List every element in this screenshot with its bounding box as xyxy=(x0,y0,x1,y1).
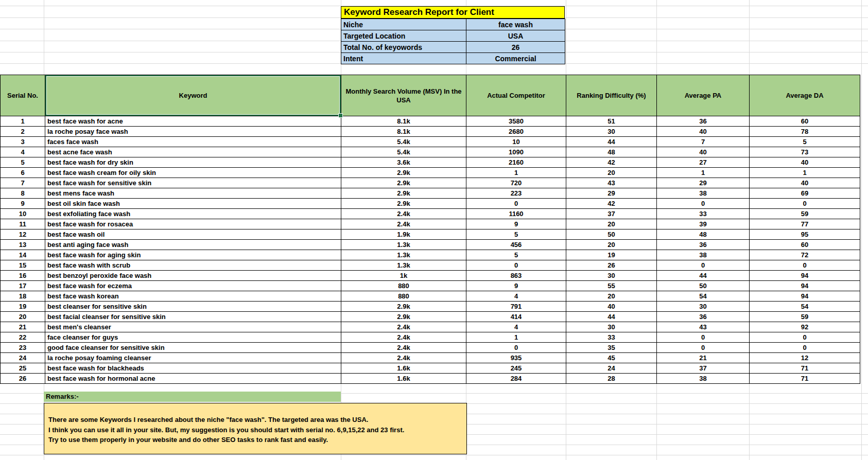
cell-actual-competitor[interactable]: 4 xyxy=(466,291,566,302)
cell-serial-no[interactable]: 1 xyxy=(1,116,45,127)
cell-average-pa[interactable]: 38 xyxy=(657,374,750,384)
cell-keyword[interactable]: best face wash for sensitive skin xyxy=(45,178,341,188)
cell-keyword[interactable]: la roche posay foaming cleanser xyxy=(45,353,341,363)
cell-ranking-difficulty[interactable]: 26 xyxy=(566,260,657,271)
cell-serial-no[interactable]: 25 xyxy=(1,363,45,374)
cell-average-da[interactable]: 0 xyxy=(750,332,860,343)
cell-serial-no[interactable]: 19 xyxy=(1,302,45,312)
cell-average-da[interactable]: 71 xyxy=(750,363,860,374)
cell-actual-competitor[interactable]: 456 xyxy=(466,240,566,250)
cell-actual-competitor[interactable]: 863 xyxy=(466,271,566,281)
remarks-note-box[interactable]: There are some Keywords I researched abo… xyxy=(44,403,467,454)
cell-actual-competitor[interactable]: 5 xyxy=(466,250,566,260)
cell-msv[interactable]: 2.9k xyxy=(341,199,466,209)
cell-average-pa[interactable]: 21 xyxy=(657,353,750,363)
cell-average-da[interactable]: 40 xyxy=(750,178,860,188)
remarks-header-cell[interactable]: Remarks:- xyxy=(44,392,341,402)
cell-average-pa[interactable]: 36 xyxy=(657,240,750,250)
cell-ranking-difficulty[interactable]: 51 xyxy=(566,116,657,127)
cell-average-da[interactable]: 60 xyxy=(750,240,860,250)
column-header-average-da[interactable]: Average DA xyxy=(750,75,860,116)
cell-average-da[interactable]: 73 xyxy=(750,147,860,157)
cell-msv[interactable]: 2.9k xyxy=(341,302,466,312)
cell-average-da[interactable]: 40 xyxy=(750,157,860,168)
selection-fill-handle[interactable] xyxy=(338,113,343,118)
cell-serial-no[interactable]: 17 xyxy=(1,281,45,291)
cell-average-da[interactable]: 94 xyxy=(750,291,860,302)
cell-serial-no[interactable]: 5 xyxy=(1,157,45,168)
cell-msv[interactable]: 2.9k xyxy=(341,168,466,178)
cell-average-pa[interactable]: 7 xyxy=(657,137,750,147)
cell-serial-no[interactable]: 16 xyxy=(1,271,45,281)
cell-keyword[interactable]: best face wash with scrub xyxy=(45,260,341,271)
cell-actual-competitor[interactable]: 1 xyxy=(466,332,566,343)
cell-msv[interactable]: 1.3k xyxy=(341,260,466,271)
column-header-serial-no[interactable]: Serial No. xyxy=(1,75,45,116)
cell-actual-competitor[interactable]: 3580 xyxy=(466,116,566,127)
cell-actual-competitor[interactable]: 5 xyxy=(466,229,566,240)
cell-ranking-difficulty[interactable]: 29 xyxy=(566,188,657,199)
cell-keyword[interactable]: best mens face wash xyxy=(45,188,341,199)
cell-msv[interactable]: 880 xyxy=(341,281,466,291)
cell-serial-no[interactable]: 13 xyxy=(1,240,45,250)
info-label-cell[interactable]: Targeted Location xyxy=(341,30,466,42)
cell-msv[interactable]: 1.6k xyxy=(341,374,466,384)
cell-keyword[interactable]: best face wash for dry skin xyxy=(45,157,341,168)
cell-keyword[interactable]: best benzoyl peroxide face wash xyxy=(45,271,341,281)
cell-average-pa[interactable]: 50 xyxy=(657,281,750,291)
cell-serial-no[interactable]: 11 xyxy=(1,219,45,229)
cell-msv[interactable]: 2.4k xyxy=(341,209,466,219)
cell-msv[interactable]: 3.6k xyxy=(341,157,466,168)
cell-average-pa[interactable]: 48 xyxy=(657,229,750,240)
cell-average-da[interactable]: 69 xyxy=(750,188,860,199)
cell-keyword[interactable]: best facial cleanser for sensitive skin xyxy=(45,312,341,322)
cell-average-pa[interactable]: 40 xyxy=(657,147,750,157)
cell-ranking-difficulty[interactable]: 20 xyxy=(566,219,657,229)
info-label-cell[interactable]: Intent xyxy=(341,53,466,64)
cell-serial-no[interactable]: 8 xyxy=(1,188,45,199)
cell-ranking-difficulty[interactable]: 48 xyxy=(566,147,657,157)
cell-average-da[interactable]: 12 xyxy=(750,353,860,363)
cell-ranking-difficulty[interactable]: 40 xyxy=(566,302,657,312)
cell-msv[interactable]: 8.1k xyxy=(341,127,466,137)
cell-actual-competitor[interactable]: 9 xyxy=(466,219,566,229)
cell-ranking-difficulty[interactable]: 20 xyxy=(566,168,657,178)
cell-average-da[interactable]: 72 xyxy=(750,250,860,260)
cell-ranking-difficulty[interactable]: 35 xyxy=(566,343,657,353)
info-value-cell[interactable]: Commercial xyxy=(466,53,565,64)
column-header-keyword-selected-cell[interactable]: Keyword xyxy=(45,75,341,116)
cell-average-pa[interactable]: 36 xyxy=(657,116,750,127)
cell-average-pa[interactable]: 1 xyxy=(657,168,750,178)
cell-msv[interactable]: 880 xyxy=(341,291,466,302)
cell-ranking-difficulty[interactable]: 43 xyxy=(566,178,657,188)
cell-serial-no[interactable]: 26 xyxy=(1,374,45,384)
column-header-average-pa[interactable]: Average PA xyxy=(657,75,750,116)
cell-actual-competitor[interactable]: 223 xyxy=(466,188,566,199)
info-label-cell[interactable]: Total No. of keyowords xyxy=(341,42,466,53)
cell-msv[interactable]: 2.4k xyxy=(341,343,466,353)
cell-actual-competitor[interactable]: 2680 xyxy=(466,127,566,137)
cell-serial-no[interactable]: 3 xyxy=(1,137,45,147)
cell-keyword[interactable]: best exfoliating face wash xyxy=(45,209,341,219)
cell-actual-competitor[interactable]: 414 xyxy=(466,312,566,322)
cell-ranking-difficulty[interactable]: 30 xyxy=(566,127,657,137)
cell-ranking-difficulty[interactable]: 42 xyxy=(566,199,657,209)
cell-keyword[interactable]: best men's cleanser xyxy=(45,322,341,332)
cell-ranking-difficulty[interactable]: 20 xyxy=(566,291,657,302)
info-value-cell[interactable]: face wash xyxy=(466,19,565,30)
cell-msv[interactable]: 1.6k xyxy=(341,363,466,374)
cell-actual-competitor[interactable]: 1160 xyxy=(466,209,566,219)
cell-average-da[interactable]: 77 xyxy=(750,219,860,229)
cell-average-da[interactable]: 71 xyxy=(750,374,860,384)
cell-serial-no[interactable]: 7 xyxy=(1,178,45,188)
cell-serial-no[interactable]: 20 xyxy=(1,312,45,322)
cell-serial-no[interactable]: 6 xyxy=(1,168,45,178)
cell-serial-no[interactable]: 22 xyxy=(1,332,45,343)
cell-serial-no[interactable]: 10 xyxy=(1,209,45,219)
cell-keyword[interactable]: best acne face wash xyxy=(45,147,341,157)
info-value-cell[interactable]: 26 xyxy=(466,42,565,53)
column-header-msv[interactable]: Monthly Search Volume (MSV) In the USA xyxy=(341,75,466,116)
cell-serial-no[interactable]: 23 xyxy=(1,343,45,353)
cell-serial-no[interactable]: 9 xyxy=(1,199,45,209)
cell-ranking-difficulty[interactable]: 44 xyxy=(566,312,657,322)
